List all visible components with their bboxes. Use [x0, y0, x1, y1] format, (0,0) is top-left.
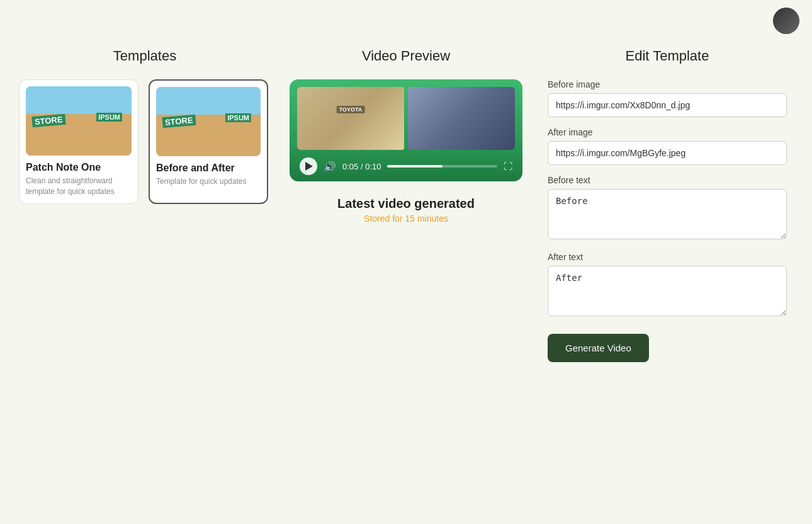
template-name-2: Before and After	[156, 162, 261, 174]
templates-grid: Patch Note One Clean and straightforward…	[19, 79, 271, 204]
template-desc-2: Template for quick updates	[156, 176, 261, 187]
latest-video-title: Latest video generated	[337, 196, 475, 211]
before-text-input[interactable]: Before	[548, 189, 787, 239]
edit-section: Edit Template Before image After image B…	[535, 42, 799, 368]
video-section: Video Preview 🔊 0:05 / 0:10 ⛶	[277, 42, 535, 368]
time-total: 0:10	[365, 162, 381, 171]
thumb-building-2	[156, 87, 261, 156]
latest-subtitle-prefix: Stored for	[364, 214, 405, 224]
before-image-input[interactable]	[548, 93, 787, 117]
video-controls: 🔊 0:05 / 0:10 ⛶	[297, 156, 515, 176]
generate-video-button[interactable]: Generate Video	[548, 334, 649, 362]
templates-section: Templates Patch Note One Clean and strai…	[13, 42, 277, 368]
before-text-group: Before text Before	[548, 175, 787, 242]
main-layout: Templates Patch Note One Clean and strai…	[0, 42, 812, 368]
latest-video-info: Latest video generated Stored for 15 min…	[337, 196, 475, 224]
top-bar	[0, 0, 812, 42]
template-card-patch-note-one[interactable]: Patch Note One Clean and straightforward…	[19, 79, 138, 204]
template-name-1: Patch Note One	[26, 162, 132, 173]
after-text-input[interactable]: After	[548, 266, 787, 316]
after-image-group: After image	[548, 127, 787, 165]
thumb-building-1	[26, 86, 132, 156]
play-icon	[305, 162, 313, 171]
video-frame-after	[408, 87, 515, 150]
before-text-label: Before text	[548, 175, 787, 185]
video-player: 🔊 0:05 / 0:10 ⛶	[290, 79, 522, 181]
progress-bar[interactable]	[387, 165, 497, 168]
time-current: 0:05	[342, 162, 358, 171]
templates-title: Templates	[19, 48, 271, 64]
after-image-label: After image	[548, 127, 787, 137]
video-frame-before	[297, 87, 404, 150]
play-button[interactable]	[300, 157, 317, 175]
fullscreen-button[interactable]: ⛶	[504, 161, 512, 171]
latest-subtitle-highlight: 15 minutes	[405, 214, 448, 224]
before-image-group: Before image	[548, 79, 787, 117]
volume-button[interactable]: 🔊	[324, 161, 336, 173]
video-preview-title: Video Preview	[362, 48, 450, 64]
before-image-label: Before image	[548, 79, 787, 89]
progress-fill	[387, 165, 442, 168]
template-desc-1: Clean and straightforward template for q…	[26, 176, 132, 197]
video-frames	[297, 87, 515, 150]
avatar[interactable]	[773, 8, 799, 34]
edit-template-title: Edit Template	[548, 48, 787, 64]
time-display: 0:05 / 0:10	[342, 162, 381, 171]
template-card-before-after[interactable]: Before and After Template for quick upda…	[149, 79, 268, 204]
after-text-label: After text	[548, 252, 787, 262]
template-thumbnail-2	[156, 87, 261, 156]
template-thumbnail-1	[26, 86, 132, 156]
after-text-group: After text After	[548, 252, 787, 319]
latest-video-subtitle: Stored for 15 minutes	[337, 214, 475, 224]
after-image-input[interactable]	[548, 141, 787, 165]
